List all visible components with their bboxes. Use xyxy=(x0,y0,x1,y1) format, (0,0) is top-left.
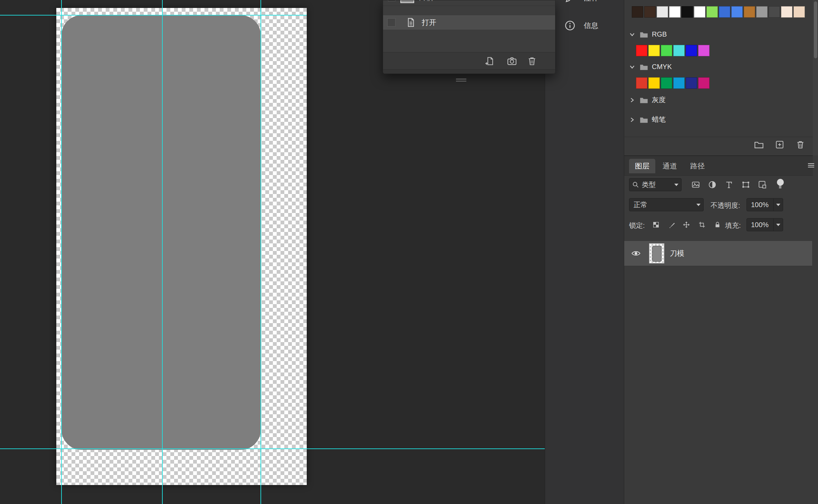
folder-icon xyxy=(639,31,648,38)
color-swatch[interactable] xyxy=(661,45,672,56)
swatch-group-label: CMYK xyxy=(652,63,672,71)
tab-channels[interactable]: 通道 xyxy=(657,159,683,173)
scrollbar-thumb[interactable] xyxy=(814,1,817,58)
horizontal-guide[interactable] xyxy=(0,448,545,449)
vertical-guide[interactable] xyxy=(162,0,163,504)
layer-visibility-toggle[interactable] xyxy=(628,241,644,266)
swatch-group-cmyk[interactable]: CMYK xyxy=(628,63,672,71)
panel-menu-button[interactable] xyxy=(807,161,816,170)
new-snapshot-camera-button[interactable] xyxy=(506,55,518,67)
new-swatch-button[interactable] xyxy=(774,139,786,151)
color-swatch[interactable] xyxy=(673,77,685,89)
color-swatch[interactable] xyxy=(636,77,647,89)
filter-smart-objects-button[interactable] xyxy=(757,179,768,191)
panel-resize-grip[interactable] xyxy=(456,79,466,83)
history-snapshot-row[interactable]: 刀模.tif xyxy=(383,0,555,5)
lock-transparent-pixels-button[interactable] xyxy=(651,220,661,230)
color-swatch[interactable] xyxy=(744,6,755,18)
lock-artboard-button[interactable] xyxy=(697,220,707,230)
filter-toggle-switch[interactable] xyxy=(776,179,784,191)
layer-row-selected[interactable]: 刀模 xyxy=(624,241,812,266)
delete-trash-button[interactable] xyxy=(526,55,538,67)
new-document-from-state-button[interactable] xyxy=(484,55,496,67)
layer-filter-kind-dropdown[interactable]: 类型 xyxy=(629,178,682,191)
filter-type-layers-button[interactable] xyxy=(723,179,735,191)
chevron-down-icon xyxy=(773,219,783,231)
vertical-guide[interactable] xyxy=(260,0,261,504)
new-swatch-group-button[interactable] xyxy=(753,139,765,151)
color-swatch[interactable] xyxy=(669,6,681,18)
chevron-right-icon xyxy=(628,96,636,104)
color-swatch[interactable] xyxy=(648,77,660,89)
swatch-group-label: 蜡笔 xyxy=(652,115,666,124)
filter-pixel-layers-button[interactable] xyxy=(690,179,702,191)
search-icon xyxy=(632,181,639,188)
eye-icon xyxy=(631,249,641,258)
color-swatch[interactable] xyxy=(698,77,710,89)
canvas-area[interactable] xyxy=(0,0,545,504)
vertical-guide[interactable] xyxy=(61,0,62,504)
color-swatch[interactable] xyxy=(698,45,710,56)
color-swatch[interactable] xyxy=(769,6,780,18)
swatch-group-rgb[interactable]: RGB xyxy=(628,30,667,38)
history-brush-source-well[interactable] xyxy=(388,0,396,1)
layer-thumbnail-shape xyxy=(652,246,662,262)
divider xyxy=(624,137,813,137)
color-swatch[interactable] xyxy=(686,45,697,56)
panel-scrollbar[interactable] xyxy=(813,0,818,155)
chevron-down-icon xyxy=(773,198,783,211)
layer-thumbnail[interactable] xyxy=(649,243,664,263)
history-panel: 刀模.tif 打开 xyxy=(383,0,555,74)
color-swatch[interactable] xyxy=(673,45,685,56)
padlock-icon xyxy=(714,221,721,229)
dock-item-label: 信息 xyxy=(584,21,598,30)
chevron-down-icon xyxy=(696,204,701,206)
blend-mode-dropdown[interactable]: 正常 xyxy=(629,198,704,211)
fill-field[interactable]: 100% xyxy=(746,218,783,231)
color-swatch[interactable] xyxy=(719,6,730,18)
opacity-label: 不透明度: xyxy=(711,201,740,210)
tab-paths[interactable]: 路径 xyxy=(684,159,711,173)
shape-icon xyxy=(741,180,750,189)
blend-mode-value: 正常 xyxy=(634,200,696,210)
dock-item-annotations[interactable]: 注释 xyxy=(545,0,624,6)
tab-layers[interactable]: 图层 xyxy=(629,159,655,173)
horizontal-guide[interactable] xyxy=(0,15,307,16)
swatch-group-grayscale[interactable]: 灰度 xyxy=(628,95,666,105)
color-swatch[interactable] xyxy=(756,6,768,18)
color-swatch[interactable] xyxy=(661,77,672,89)
move-arrows-icon xyxy=(683,221,690,229)
chevron-down-icon xyxy=(628,31,636,38)
fill-label: 填充: xyxy=(725,221,741,230)
color-swatch[interactable] xyxy=(781,6,792,18)
panel-resize-edge[interactable] xyxy=(383,69,555,74)
info-circle-icon xyxy=(564,20,576,31)
history-step-checkbox[interactable] xyxy=(387,18,396,27)
delete-swatch-button[interactable] xyxy=(795,139,806,151)
swatch-group-rgb-colors xyxy=(636,45,710,56)
color-swatch[interactable] xyxy=(657,6,668,18)
color-swatch[interactable] xyxy=(644,6,656,18)
color-swatch[interactable] xyxy=(682,6,693,18)
color-swatch[interactable] xyxy=(648,45,660,56)
divider xyxy=(383,6,555,6)
photoshop-workspace: 刀模.tif 打开 xyxy=(0,0,818,504)
lock-position-button[interactable] xyxy=(681,220,692,230)
color-swatch[interactable] xyxy=(706,6,718,18)
color-swatch[interactable] xyxy=(686,77,697,89)
color-swatch[interactable] xyxy=(694,6,705,18)
swatch-group-crayon[interactable]: 蜡笔 xyxy=(628,115,666,124)
dock-item-info[interactable]: 信息 xyxy=(545,16,624,35)
color-swatch[interactable] xyxy=(636,45,647,56)
color-swatch[interactable] xyxy=(731,6,743,18)
lock-image-pixels-button[interactable] xyxy=(667,220,677,230)
hamburger-menu-icon xyxy=(807,161,815,169)
filter-shape-layers-button[interactable] xyxy=(740,179,752,191)
diecut-shape-layer-pixels xyxy=(61,15,261,450)
color-swatch[interactable] xyxy=(632,6,643,18)
filter-adjustment-layers-button[interactable] xyxy=(706,179,718,191)
color-swatch[interactable] xyxy=(793,6,805,18)
opacity-field[interactable]: 100% xyxy=(746,198,783,211)
history-step-row[interactable]: 打开 xyxy=(383,15,555,30)
lock-all-button[interactable] xyxy=(712,220,723,230)
